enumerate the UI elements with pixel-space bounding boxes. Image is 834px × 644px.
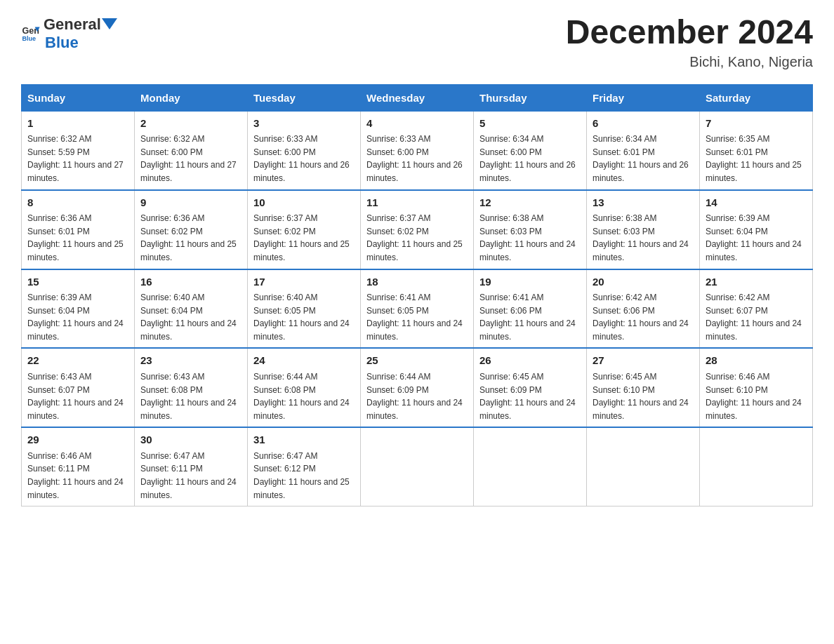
calendar-day-cell: 24 Sunrise: 6:44 AM Sunset: 6:08 PM Dayl… — [248, 348, 361, 427]
calendar-day-cell: 9 Sunrise: 6:36 AM Sunset: 6:02 PM Dayli… — [135, 190, 248, 269]
day-info: Sunrise: 6:38 AM Sunset: 6:03 PM Dayligh… — [479, 212, 581, 264]
day-info: Sunrise: 6:44 AM Sunset: 6:08 PM Dayligh… — [253, 370, 355, 422]
logo-blue-text: Blue — [45, 34, 79, 51]
day-info: Sunrise: 6:47 AM Sunset: 6:12 PM Dayligh… — [253, 450, 355, 502]
day-info: Sunrise: 6:42 AM Sunset: 6:07 PM Dayligh… — [706, 291, 807, 343]
day-number: 24 — [253, 353, 355, 369]
calendar-header-monday: Monday — [135, 84, 248, 111]
logo-general-text: General — [44, 15, 101, 34]
calendar-day-cell: 25 Sunrise: 6:44 AM Sunset: 6:09 PM Dayl… — [361, 348, 474, 427]
day-info: Sunrise: 6:39 AM Sunset: 6:04 PM Dayligh… — [27, 291, 128, 343]
calendar-day-cell: 2 Sunrise: 6:32 AM Sunset: 6:00 PM Dayli… — [135, 111, 248, 189]
day-number: 13 — [593, 195, 694, 211]
calendar-header-friday: Friday — [587, 84, 700, 111]
day-info: Sunrise: 6:47 AM Sunset: 6:11 PM Dayligh… — [140, 450, 241, 502]
day-number: 28 — [706, 353, 807, 369]
calendar-week-row: 22 Sunrise: 6:43 AM Sunset: 6:07 PM Dayl… — [22, 348, 813, 427]
calendar-day-cell: 18 Sunrise: 6:41 AM Sunset: 6:05 PM Dayl… — [361, 269, 474, 349]
day-info: Sunrise: 6:44 AM Sunset: 6:09 PM Dayligh… — [366, 370, 468, 422]
calendar-header-thursday: Thursday — [474, 84, 587, 111]
calendar-day-cell: 23 Sunrise: 6:43 AM Sunset: 6:08 PM Dayl… — [135, 348, 248, 427]
calendar-day-cell: 21 Sunrise: 6:42 AM Sunset: 6:07 PM Dayl… — [700, 269, 813, 349]
day-number: 11 — [366, 195, 468, 211]
day-info: Sunrise: 6:32 AM Sunset: 6:00 PM Dayligh… — [140, 133, 241, 185]
calendar-day-cell — [587, 427, 700, 506]
day-info: Sunrise: 6:36 AM Sunset: 6:01 PM Dayligh… — [27, 212, 128, 264]
calendar-day-cell: 15 Sunrise: 6:39 AM Sunset: 6:04 PM Dayl… — [22, 269, 135, 349]
logo: Gen Blue General Blue — [21, 14, 119, 52]
calendar-day-cell: 5 Sunrise: 6:34 AM Sunset: 6:00 PM Dayli… — [474, 111, 587, 189]
calendar-day-cell: 11 Sunrise: 6:37 AM Sunset: 6:02 PM Dayl… — [361, 190, 474, 269]
day-number: 12 — [479, 195, 581, 211]
calendar-week-row: 1 Sunrise: 6:32 AM Sunset: 5:59 PM Dayli… — [22, 111, 813, 189]
day-info: Sunrise: 6:45 AM Sunset: 6:09 PM Dayligh… — [479, 370, 581, 422]
calendar-day-cell: 31 Sunrise: 6:47 AM Sunset: 6:12 PM Dayl… — [248, 427, 361, 506]
day-number: 16 — [140, 274, 241, 290]
calendar-week-row: 8 Sunrise: 6:36 AM Sunset: 6:01 PM Dayli… — [22, 190, 813, 269]
calendar-day-cell: 20 Sunrise: 6:42 AM Sunset: 6:06 PM Dayl… — [587, 269, 700, 349]
day-info: Sunrise: 6:41 AM Sunset: 6:06 PM Dayligh… — [479, 291, 581, 343]
day-number: 20 — [593, 274, 694, 290]
calendar-day-cell — [474, 427, 587, 506]
calendar-table: SundayMondayTuesdayWednesdayThursdayFrid… — [21, 84, 813, 507]
day-info: Sunrise: 6:34 AM Sunset: 6:00 PM Dayligh… — [479, 133, 581, 185]
svg-marker-3 — [102, 18, 117, 29]
calendar-day-cell: 3 Sunrise: 6:33 AM Sunset: 6:00 PM Dayli… — [248, 111, 361, 189]
day-number: 5 — [479, 116, 581, 132]
day-number: 26 — [479, 353, 581, 369]
day-number: 7 — [706, 116, 807, 132]
day-number: 3 — [253, 116, 355, 132]
day-number: 25 — [366, 353, 468, 369]
day-number: 14 — [706, 195, 807, 211]
calendar-day-cell: 13 Sunrise: 6:38 AM Sunset: 6:03 PM Dayl… — [587, 190, 700, 269]
month-title: December 2024 — [566, 14, 813, 51]
day-number: 9 — [140, 195, 241, 211]
day-number: 19 — [479, 274, 581, 290]
day-number: 1 — [27, 116, 128, 132]
day-info: Sunrise: 6:38 AM Sunset: 6:03 PM Dayligh… — [593, 212, 694, 264]
calendar-day-cell: 12 Sunrise: 6:38 AM Sunset: 6:03 PM Dayl… — [474, 190, 587, 269]
calendar-header-row: SundayMondayTuesdayWednesdayThursdayFrid… — [22, 84, 813, 111]
day-info: Sunrise: 6:46 AM Sunset: 6:11 PM Dayligh… — [27, 450, 128, 502]
day-number: 17 — [253, 274, 355, 290]
calendar-day-cell: 16 Sunrise: 6:40 AM Sunset: 6:04 PM Dayl… — [135, 269, 248, 349]
day-number: 15 — [27, 274, 128, 290]
calendar-day-cell: 4 Sunrise: 6:33 AM Sunset: 6:00 PM Dayli… — [361, 111, 474, 189]
day-number: 23 — [140, 353, 241, 369]
title-block: December 2024 Bichi, Kano, Nigeria — [566, 14, 813, 70]
day-info: Sunrise: 6:43 AM Sunset: 6:08 PM Dayligh… — [140, 370, 241, 422]
calendar-week-row: 29 Sunrise: 6:46 AM Sunset: 6:11 PM Dayl… — [22, 427, 813, 506]
day-info: Sunrise: 6:40 AM Sunset: 6:04 PM Dayligh… — [140, 291, 241, 343]
day-info: Sunrise: 6:33 AM Sunset: 6:00 PM Dayligh… — [253, 133, 355, 185]
calendar-day-cell: 28 Sunrise: 6:46 AM Sunset: 6:10 PM Dayl… — [700, 348, 813, 427]
calendar-header-saturday: Saturday — [700, 84, 813, 111]
calendar-day-cell: 8 Sunrise: 6:36 AM Sunset: 6:01 PM Dayli… — [22, 190, 135, 269]
calendar-day-cell — [700, 427, 813, 506]
calendar-day-cell: 30 Sunrise: 6:47 AM Sunset: 6:11 PM Dayl… — [135, 427, 248, 506]
day-number: 2 — [140, 116, 241, 132]
day-number: 27 — [593, 353, 694, 369]
logo-icon: Gen Blue — [21, 23, 41, 43]
calendar-week-row: 15 Sunrise: 6:39 AM Sunset: 6:04 PM Dayl… — [22, 269, 813, 349]
day-info: Sunrise: 6:35 AM Sunset: 6:01 PM Dayligh… — [706, 133, 807, 185]
day-number: 30 — [140, 432, 241, 448]
day-info: Sunrise: 6:33 AM Sunset: 6:00 PM Dayligh… — [366, 133, 468, 185]
calendar-day-cell: 14 Sunrise: 6:39 AM Sunset: 6:04 PM Dayl… — [700, 190, 813, 269]
day-number: 31 — [253, 432, 355, 448]
calendar-day-cell: 26 Sunrise: 6:45 AM Sunset: 6:09 PM Dayl… — [474, 348, 587, 427]
calendar-day-cell: 1 Sunrise: 6:32 AM Sunset: 5:59 PM Dayli… — [22, 111, 135, 189]
page-header: Gen Blue General Blue December 2024 Bich… — [21, 14, 813, 70]
calendar-day-cell: 7 Sunrise: 6:35 AM Sunset: 6:01 PM Dayli… — [700, 111, 813, 189]
day-info: Sunrise: 6:42 AM Sunset: 6:06 PM Dayligh… — [593, 291, 694, 343]
day-info: Sunrise: 6:39 AM Sunset: 6:04 PM Dayligh… — [706, 212, 807, 264]
calendar-day-cell: 27 Sunrise: 6:45 AM Sunset: 6:10 PM Dayl… — [587, 348, 700, 427]
day-info: Sunrise: 6:41 AM Sunset: 6:05 PM Dayligh… — [366, 291, 468, 343]
day-info: Sunrise: 6:46 AM Sunset: 6:10 PM Dayligh… — [706, 370, 807, 422]
day-number: 18 — [366, 274, 468, 290]
calendar-day-cell: 10 Sunrise: 6:37 AM Sunset: 6:02 PM Dayl… — [248, 190, 361, 269]
calendar-day-cell: 19 Sunrise: 6:41 AM Sunset: 6:06 PM Dayl… — [474, 269, 587, 349]
calendar-day-cell: 6 Sunrise: 6:34 AM Sunset: 6:01 PM Dayli… — [587, 111, 700, 189]
calendar-day-cell — [361, 427, 474, 506]
day-number: 4 — [366, 116, 468, 132]
calendar-day-cell: 22 Sunrise: 6:43 AM Sunset: 6:07 PM Dayl… — [22, 348, 135, 427]
